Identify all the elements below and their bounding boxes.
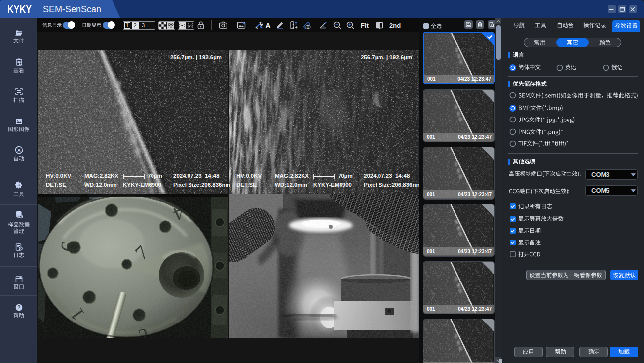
svg-text:?: ? xyxy=(17,304,20,310)
svg-text:A: A xyxy=(17,147,21,152)
